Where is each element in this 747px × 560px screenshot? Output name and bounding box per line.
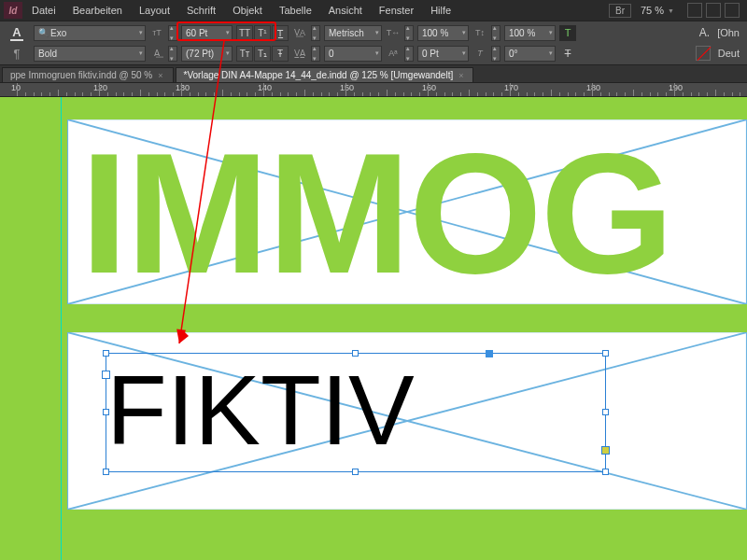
allcaps-button[interactable]: TT bbox=[236, 25, 253, 41]
resize-handle-nw[interactable] bbox=[103, 350, 109, 357]
tracking-icon: V̲A̲ bbox=[292, 46, 307, 61]
kerning-field[interactable]: Metrisch bbox=[324, 25, 382, 41]
zoom-value: 75 % bbox=[641, 5, 664, 16]
tracking-field[interactable]: 0 bbox=[324, 46, 382, 62]
leading-field[interactable]: (72 Pt) bbox=[181, 46, 233, 62]
selected-text-frame[interactable]: FIKTIV bbox=[106, 353, 606, 472]
skew-stepper[interactable] bbox=[491, 46, 500, 62]
text-out-port[interactable] bbox=[601, 446, 610, 455]
app-logo: Id bbox=[4, 2, 22, 19]
underline-button[interactable]: T̲ bbox=[272, 25, 289, 41]
document-canvas[interactable]: IMMOG FIKTIV bbox=[0, 97, 747, 560]
close-icon[interactable]: × bbox=[158, 71, 162, 80]
resize-handle-w[interactable] bbox=[103, 409, 109, 415]
zoom-dropdown[interactable]: 75 %▼ bbox=[633, 5, 682, 16]
font-weight-field[interactable]: Bold bbox=[34, 46, 146, 62]
menu-fenster[interactable]: Fenster bbox=[372, 5, 421, 16]
baseline-field[interactable]: 0 Pt bbox=[417, 46, 469, 62]
font-family-value: Exo bbox=[50, 28, 66, 38]
menu-tabelle[interactable]: Tabelle bbox=[272, 5, 319, 16]
subscript-button[interactable]: T₁ bbox=[254, 46, 271, 62]
menu-bar: Id Datei Bearbeiten Layout Schrift Objek… bbox=[0, 0, 747, 21]
text-in-port[interactable] bbox=[102, 371, 110, 379]
resize-handle-n[interactable] bbox=[352, 350, 359, 357]
bridge-button[interactable]: Br bbox=[609, 4, 631, 18]
skew-icon: T bbox=[472, 46, 487, 61]
view-mode-icon[interactable] bbox=[687, 3, 702, 18]
menu-schrift[interactable]: Schrift bbox=[179, 5, 223, 16]
close-icon[interactable]: × bbox=[458, 71, 463, 80]
hscale-stepper[interactable] bbox=[404, 25, 414, 41]
character-mode-icon[interactable]: A bbox=[10, 25, 22, 41]
vertical-guide[interactable] bbox=[61, 97, 62, 560]
menu-datei[interactable]: Datei bbox=[24, 5, 63, 16]
skew-field[interactable]: 0° bbox=[504, 46, 556, 62]
document-tabs: ppe Immogruen fiktiv.indd @ 50 %× *Vorla… bbox=[0, 65, 747, 82]
kerning-icon: V͟A bbox=[292, 25, 307, 40]
resize-handle-ne[interactable] bbox=[602, 350, 609, 357]
strikethrough-button[interactable]: Ŧ bbox=[272, 46, 289, 62]
svg-line-7 bbox=[106, 354, 605, 471]
resize-handle-se[interactable] bbox=[602, 469, 609, 475]
font-size-field[interactable]: 60 Pt bbox=[181, 25, 233, 41]
document-tab-2[interactable]: *Vorlage DIN A4-Mappe 14_44_de.indd @ 12… bbox=[176, 67, 474, 82]
screen-mode-icon[interactable] bbox=[706, 3, 721, 18]
text-frame-immog[interactable]: IMMOG bbox=[67, 119, 747, 304]
tab-label: *Vorlage DIN A4-Mappe 14_44_de.indd @ 12… bbox=[184, 70, 454, 80]
language-field[interactable]: Deut bbox=[714, 48, 743, 59]
hscale-field[interactable]: 100 % bbox=[417, 25, 469, 41]
menu-ansicht[interactable]: Ansicht bbox=[321, 5, 370, 16]
text-immog: IMMOG bbox=[80, 127, 672, 299]
baseline-icon: Aª bbox=[386, 46, 401, 61]
control-panel: A 🔍Exo тT 60 Pt TT T¹ T̲ V͟A Metrisch T↔… bbox=[0, 21, 747, 65]
resize-handle-sw[interactable] bbox=[103, 469, 109, 475]
document-tab-1[interactable]: ppe Immogruen fiktiv.indd @ 50 %× bbox=[2, 67, 174, 82]
resize-handle-s[interactable] bbox=[352, 469, 359, 475]
text-stroke-icon[interactable]: T bbox=[559, 46, 576, 62]
search-icon: 🔍 bbox=[38, 28, 49, 37]
right-label: [Ohn bbox=[713, 27, 743, 38]
char-style-icon[interactable]: A. bbox=[699, 26, 710, 39]
resize-handle-e[interactable] bbox=[602, 409, 609, 415]
menu-layout[interactable]: Layout bbox=[132, 5, 177, 16]
horizontal-ruler[interactable]: 10120130140150160170180190200210 bbox=[0, 82, 747, 97]
font-size-icon: тT bbox=[149, 25, 164, 40]
menu-objekt[interactable]: Objekt bbox=[225, 5, 270, 16]
menu-bearbeiten[interactable]: Bearbeiten bbox=[65, 5, 130, 16]
vscale-field[interactable]: 100 % bbox=[504, 25, 556, 41]
tab-label: ppe Immogruen fiktiv.indd @ 50 % bbox=[10, 70, 152, 80]
hscale-icon: T↔ bbox=[386, 25, 401, 40]
font-family-field[interactable]: 🔍Exo bbox=[34, 25, 146, 41]
text-fill-icon[interactable]: T bbox=[559, 25, 576, 41]
tracking-stepper[interactable] bbox=[311, 46, 320, 62]
menu-hilfe[interactable]: Hilfe bbox=[423, 5, 458, 16]
paragraph-mode-icon[interactable]: ¶ bbox=[14, 47, 21, 61]
arrange-icon[interactable] bbox=[725, 3, 740, 18]
leading-icon: A͟ bbox=[149, 46, 164, 61]
superscript-button[interactable]: T¹ bbox=[254, 25, 271, 41]
clear-overrides-icon[interactable] bbox=[696, 46, 711, 61]
kerning-stepper[interactable] bbox=[311, 25, 320, 41]
font-size-stepper[interactable] bbox=[168, 25, 177, 41]
baseline-stepper[interactable] bbox=[404, 46, 414, 62]
leading-stepper[interactable] bbox=[168, 46, 177, 62]
vscale-icon: T↕ bbox=[472, 25, 487, 40]
smallcaps-button[interactable]: Tт bbox=[236, 46, 253, 62]
anchor-indicator[interactable] bbox=[486, 350, 493, 357]
vscale-stepper[interactable] bbox=[491, 25, 500, 41]
